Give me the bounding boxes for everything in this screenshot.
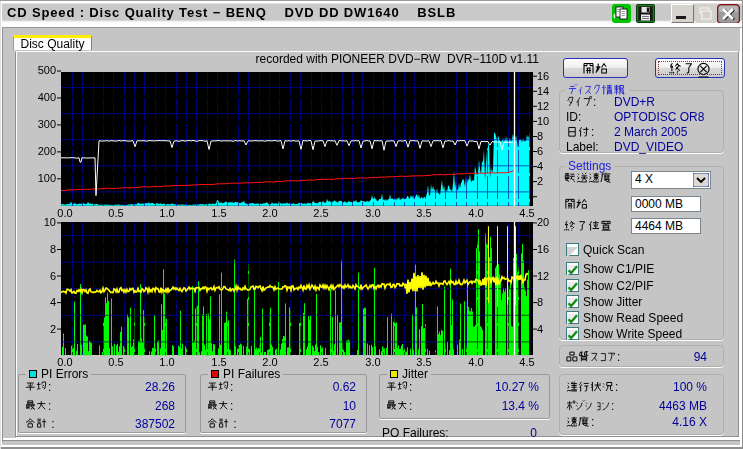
svg-text:3.0: 3.0 xyxy=(365,207,380,219)
svg-text:2.0: 2.0 xyxy=(262,207,277,219)
svg-text:14: 14 xyxy=(537,85,549,97)
svg-text:100: 100 xyxy=(38,172,56,184)
svg-text:20: 20 xyxy=(537,216,549,228)
svg-text:10: 10 xyxy=(537,115,549,127)
svg-text:0.5: 0.5 xyxy=(108,356,123,368)
svg-text:1.0: 1.0 xyxy=(159,356,174,368)
svg-text:16: 16 xyxy=(537,243,549,255)
svg-text:3.5: 3.5 xyxy=(416,207,431,219)
svg-text:4.0: 4.0 xyxy=(468,207,483,219)
svg-text:3.0: 3.0 xyxy=(365,356,380,368)
svg-text:8: 8 xyxy=(537,130,543,142)
svg-text:300: 300 xyxy=(38,118,56,130)
svg-text:8: 8 xyxy=(537,296,543,308)
svg-text:0.5: 0.5 xyxy=(108,207,123,219)
svg-text:0.0: 0.0 xyxy=(57,207,72,219)
svg-text:6: 6 xyxy=(50,270,56,282)
svg-text:2: 2 xyxy=(50,323,56,335)
svg-text:1.0: 1.0 xyxy=(159,207,174,219)
svg-text:2.5: 2.5 xyxy=(313,207,328,219)
svg-text:16: 16 xyxy=(537,70,549,82)
svg-text:4: 4 xyxy=(50,296,56,308)
svg-text:12: 12 xyxy=(537,270,549,282)
svg-text:6: 6 xyxy=(537,145,543,157)
svg-text:8: 8 xyxy=(50,243,56,255)
svg-text:200: 200 xyxy=(38,145,56,157)
svg-text:2.5: 2.5 xyxy=(313,356,328,368)
svg-text:12: 12 xyxy=(537,100,549,112)
svg-text:10: 10 xyxy=(44,216,56,228)
svg-text:1.5: 1.5 xyxy=(211,207,226,219)
svg-text:recorded with PIONEER DVD−RW: recorded with PIONEER DVD−RW DVR−110D v1… xyxy=(256,52,540,66)
svg-text:2: 2 xyxy=(537,175,543,187)
svg-text:4.0: 4.0 xyxy=(468,356,483,368)
svg-text:4.5: 4.5 xyxy=(519,207,534,219)
svg-text:500: 500 xyxy=(38,64,56,76)
svg-text:4: 4 xyxy=(537,160,543,172)
svg-text:4.5: 4.5 xyxy=(519,356,534,368)
svg-text:4: 4 xyxy=(537,323,543,335)
svg-text:400: 400 xyxy=(38,91,56,103)
